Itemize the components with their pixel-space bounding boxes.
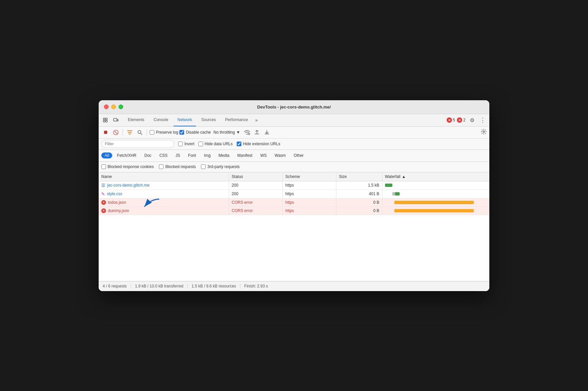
css-file-icon: ✎ xyxy=(101,192,105,196)
col-header-size[interactable]: Size xyxy=(336,172,382,181)
sort-arrow-icon: ▲ xyxy=(402,174,406,179)
network-table: Name Status Scheme Size xyxy=(99,172,489,281)
tab-sources[interactable]: Sources xyxy=(197,114,220,126)
col-header-waterfall[interactable]: Waterfall ▲ xyxy=(382,172,489,181)
table-empty-row xyxy=(99,215,489,281)
record-button[interactable]: ⏺ xyxy=(101,128,110,137)
svg-point-10 xyxy=(249,134,249,134)
waterfall-bar-gray xyxy=(392,192,395,195)
type-filter-other[interactable]: Other xyxy=(290,152,307,158)
table-row[interactable]: ✎ style.css 200 https 401 B xyxy=(99,190,489,198)
blocked-cookies-label[interactable]: Blocked response cookies xyxy=(101,164,154,169)
row3-status-cell: CORS error xyxy=(229,198,282,206)
hide-data-urls-label[interactable]: Hide data URLs xyxy=(198,142,233,146)
clear-button[interactable]: 🚫 xyxy=(111,128,120,137)
status-finish: Finish: 2.93 s xyxy=(240,284,272,288)
minimize-button[interactable] xyxy=(111,105,116,109)
type-filter-media[interactable]: Media xyxy=(215,152,233,158)
type-filter-js[interactable]: JS xyxy=(172,152,183,158)
blocked-requests-checkbox[interactable] xyxy=(159,164,164,169)
filter-input[interactable] xyxy=(101,140,174,148)
row2-waterfall-cell xyxy=(382,190,489,198)
row1-scheme-cell: https xyxy=(282,181,336,190)
disable-cache-label[interactable]: Disable cache xyxy=(179,130,211,135)
preserve-log-checkbox[interactable] xyxy=(150,130,154,135)
hide-extension-urls-checkbox[interactable] xyxy=(237,142,241,146)
table-row-error[interactable]: ✕ todos.json xyxy=(99,198,489,206)
type-filter-manifest[interactable]: Manifest xyxy=(234,152,256,158)
title-bar: DevTools - jec-cors-demo.glitch.me/ xyxy=(99,100,489,114)
row3-scheme-cell: https xyxy=(282,198,336,206)
status-bar: 4 / 6 requests 1.9 kB / 10.0 kB transfer… xyxy=(99,281,489,291)
row3-name-cell: ✕ todos.json xyxy=(99,198,229,206)
tab-console[interactable]: Console xyxy=(150,114,172,126)
row3-size-cell: 0 B xyxy=(336,198,382,206)
type-filter-css[interactable]: CSS xyxy=(156,152,171,158)
col-header-scheme[interactable]: Scheme xyxy=(282,172,336,181)
more-tabs-button[interactable]: » xyxy=(253,116,260,124)
table-header-row: Name Status Scheme Size xyxy=(99,172,489,181)
row2-scheme-cell: https xyxy=(282,190,336,198)
type-filter-all[interactable]: All xyxy=(101,152,112,158)
row4-scheme-cell: https xyxy=(282,206,336,215)
error-badge-1[interactable]: ✕ 5 xyxy=(447,117,455,123)
type-filter-doc[interactable]: Doc xyxy=(141,152,155,158)
type-filter-ws[interactable]: WS xyxy=(257,152,270,158)
status-resources: 1.5 kB / 9.6 kB resources xyxy=(188,284,240,288)
svg-rect-2 xyxy=(103,120,105,122)
error-indicators: ✕ 5 ✕ 2 ⚙ ⋮ xyxy=(447,115,487,125)
type-filter-fetch-xhr[interactable]: Fetch/XHR xyxy=(114,152,140,158)
disable-cache-checkbox[interactable] xyxy=(179,130,184,135)
table-row[interactable]: ☰ jec-cors-demo.glitch.me 200 https 1.5 … xyxy=(99,181,489,190)
type-filter-wasm[interactable]: Wasm xyxy=(271,152,289,158)
blocked-cookies-checkbox[interactable] xyxy=(101,164,106,169)
search-button[interactable] xyxy=(135,128,144,137)
tab-network[interactable]: Network xyxy=(173,114,196,126)
close-button[interactable] xyxy=(104,105,109,109)
row1-name-link[interactable]: jec-cors-demo.glitch.me xyxy=(107,183,149,188)
waterfall-bar xyxy=(385,184,392,187)
settings-button[interactable]: ⚙ xyxy=(467,115,477,125)
blocked-requests-label[interactable]: Blocked requests xyxy=(159,164,196,169)
maximize-button[interactable] xyxy=(119,105,123,109)
col-header-name[interactable]: Name xyxy=(99,172,229,181)
hide-data-urls-checkbox[interactable] xyxy=(198,142,203,146)
svg-rect-3 xyxy=(106,120,107,122)
error-badge-2[interactable]: ✕ 2 xyxy=(457,117,466,123)
type-filter-font[interactable]: Font xyxy=(185,152,199,158)
html-file-icon: ☰ xyxy=(101,183,105,188)
cors-error-icon-2: ✕ xyxy=(101,208,106,213)
svg-rect-4 xyxy=(114,118,117,121)
filter-button[interactable] xyxy=(125,128,134,137)
tab-elements[interactable]: Elements xyxy=(124,114,148,126)
row2-name-link[interactable]: style.css xyxy=(107,192,122,196)
devtools-content: Elements Console Network Sources Perform… xyxy=(99,114,489,291)
devtools-window: DevTools - jec-cors-demo.glitch.me/ xyxy=(99,100,489,291)
throttle-select[interactable]: No throttling ▼ xyxy=(212,129,242,135)
device-toggle-icon[interactable] xyxy=(112,116,120,124)
row1-waterfall-cell xyxy=(382,181,489,190)
invert-checkbox[interactable] xyxy=(178,142,183,146)
invert-label[interactable]: Invert xyxy=(178,142,194,146)
row2-name-cell: ✎ style.css xyxy=(99,190,229,198)
type-filter-img[interactable]: Img xyxy=(201,152,214,158)
cursor-icon[interactable] xyxy=(101,116,109,124)
row2-status-cell: 200 xyxy=(229,190,282,198)
preserve-log-label[interactable]: Preserve log xyxy=(150,130,178,135)
hide-extension-urls-label[interactable]: Hide extension URLs xyxy=(237,142,280,146)
col-header-status[interactable]: Status xyxy=(229,172,282,181)
arrow-annotation xyxy=(141,197,161,212)
window-title: DevTools - jec-cors-demo.glitch.me/ xyxy=(257,105,331,109)
wifi-settings-button[interactable] xyxy=(243,128,251,137)
network-settings-button[interactable] xyxy=(481,129,487,136)
third-party-requests-label[interactable]: 3rd-party requests xyxy=(201,164,239,169)
filter-bar: Invert Hide data URLs Hide extension URL… xyxy=(99,139,489,150)
toolbar-divider-1 xyxy=(122,129,123,136)
download-button[interactable] xyxy=(263,128,271,137)
error-icon-x2: ✕ xyxy=(457,117,462,123)
more-options-button[interactable]: ⋮ xyxy=(479,116,487,124)
third-party-requests-checkbox[interactable] xyxy=(201,164,206,169)
row4-name: dummy.json xyxy=(108,208,129,213)
upload-button[interactable] xyxy=(253,128,261,137)
tab-performance[interactable]: Performance xyxy=(221,114,252,126)
